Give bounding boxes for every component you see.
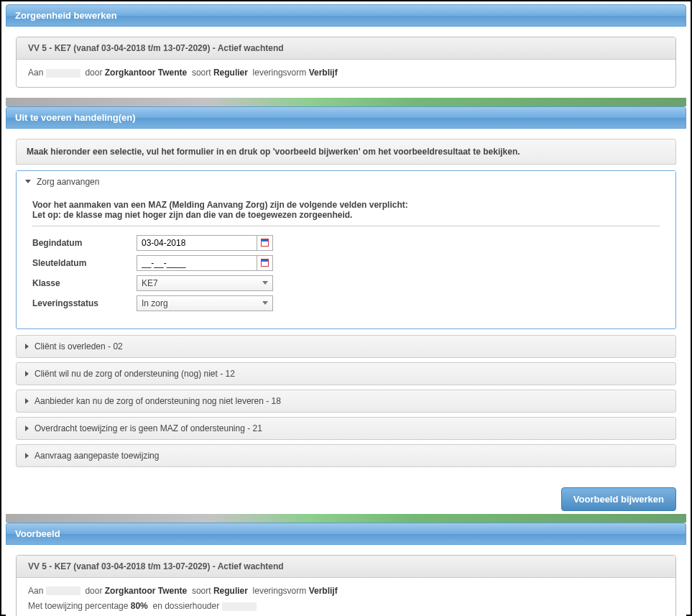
maz-note1: Voor het aanmaken van een MAZ (Melding A… (32, 200, 660, 210)
sleuteldatum-input[interactable] (137, 255, 257, 271)
calendar-icon (261, 259, 269, 267)
voorbeeld-bijwerken-button[interactable]: Voorbeeld bijwerken (561, 487, 676, 511)
accordion-title: Zorg aanvangen (37, 177, 99, 187)
chevron-down-icon (25, 180, 31, 183)
sleuteldatum-calendar-button[interactable] (257, 255, 273, 271)
aan-label: Aan (28, 68, 43, 78)
separator (32, 226, 660, 226)
sleuteldatum-label: Sleuteldatum (32, 258, 137, 268)
chevron-right-icon (25, 426, 29, 431)
klasse-label: Klasse (32, 278, 137, 288)
accordion-title: Aanbieder kan nu de zorg of ondersteunin… (34, 396, 281, 406)
aan-value-redacted (46, 69, 80, 78)
chevron-right-icon (25, 453, 29, 459)
accordion-title: Cliënt is overleden - 02 (34, 341, 123, 351)
divider-strip (6, 514, 686, 523)
levstatus-label: Leveringsstatus (32, 298, 137, 308)
begindatum-input[interactable] (137, 235, 257, 251)
door-value: Zorgkantoor Twente (105, 586, 187, 596)
maz-note2: Let op: de klasse mag niet hoger zijn da… (32, 210, 660, 220)
door-label: door (85, 586, 102, 596)
accordion-header-overleden[interactable]: Cliënt is overleden - 02 (17, 336, 675, 357)
lever-label: leveringsvorm (253, 586, 307, 596)
door-value: Zorgkantoor Twente (105, 68, 187, 78)
panel-body-edit: VV 5 - KE7 (vanaf 03-04-2018 t/m 13-07-2… (6, 27, 686, 98)
door-label: door (85, 68, 102, 78)
soort-value: Regulier (213, 68, 248, 78)
met-label: Met toewijzing percentage (28, 601, 128, 611)
chevron-down-icon (262, 281, 268, 285)
panel-header-actions: Uit te voeren handeling(en) (6, 106, 686, 129)
row-klasse: Klasse KE7 (32, 275, 660, 291)
accordion-header-zorg-aanvangen[interactable]: Zorg aanvangen (17, 171, 675, 193)
careunit-info-box: VV 5 - KE7 (vanaf 03-04-2018 t/m 13-07-2… (16, 37, 676, 88)
klasse-value: KE7 (142, 278, 158, 288)
accordion-header-aanvraag[interactable]: Aanvraag aangepaste toewijzing (17, 445, 675, 466)
lever-value: Verblijf (309, 68, 338, 78)
accordion-header-overdracht[interactable]: Overdracht toewijzing er is geen MAZ of … (17, 418, 675, 439)
dossierhouder-redacted (222, 602, 257, 611)
divider-strip (6, 98, 686, 106)
panel-header-voorbeeld: Voorbeeld (6, 523, 686, 545)
voorbeeld-info: Aan door Zorgkantoor Twente soort Reguli… (17, 578, 675, 616)
accordion-overleden: Cliënt is overleden - 02 (16, 335, 676, 358)
accordion-overdracht: Overdracht toewijzing er is geen MAZ of … (16, 417, 676, 440)
voorbeeld-box-head: VV 5 - KE7 (vanaf 03-04-2018 t/m 13-07-2… (17, 556, 675, 578)
row-begindatum: Begindatum (32, 235, 660, 251)
chevron-right-icon (25, 371, 29, 377)
panel-title: Zorgeenheid bewerken (15, 10, 117, 21)
accordion-title: Overdracht toewijzing er is geen MAZ of … (34, 423, 262, 433)
accordion-zorg-aanvangen: Zorg aanvangen Voor het aanmaken van een… (16, 170, 676, 329)
panel-header-edit: Zorgeenheid bewerken (6, 4, 686, 27)
instruction-text: Maak hieronder een selectie, vul het for… (16, 139, 676, 165)
soort-label: soort (192, 68, 211, 78)
careunit-info-body: Aan door Zorgkantoor Twente soort Reguli… (17, 60, 675, 87)
chevron-right-icon (25, 398, 29, 404)
accordion-aanvraag: Aanvraag aangepaste toewijzing (16, 444, 676, 467)
accordion-header-aanbieder[interactable]: Aanbieder kan nu de zorg of ondersteunin… (17, 390, 675, 412)
aan-label: Aan (28, 586, 43, 596)
begindatum-calendar-button[interactable] (257, 235, 273, 251)
en-label: en dossierhouder (152, 601, 219, 611)
accordion-client-nog-niet: Cliënt wil nu de zorg of ondersteuning (… (16, 362, 676, 385)
calendar-icon (261, 239, 269, 247)
panel-body-voorbeeld: VV 5 - KE7 (vanaf 03-04-2018 t/m 13-07-2… (6, 545, 686, 616)
chevron-right-icon (25, 344, 29, 349)
panel-body-actions: Maak hieronder een selectie, vul het for… (6, 129, 686, 482)
accordion-body: Voor het aanmaken van een MAZ (Melding A… (17, 193, 675, 328)
accordion-header-client-nog-niet[interactable]: Cliënt wil nu de zorg of ondersteuning (… (17, 363, 675, 385)
voorbeeld-box: VV 5 - KE7 (vanaf 03-04-2018 t/m 13-07-2… (16, 555, 676, 616)
panel-title-voorbeeld: Voorbeeld (15, 528, 60, 539)
pct-value: 80% (131, 601, 148, 611)
begindatum-label: Begindatum (32, 238, 137, 248)
update-button-row: Voorbeeld bijwerken (6, 482, 686, 514)
chevron-down-icon (262, 301, 268, 305)
row-leveringsstatus: Leveringsstatus In zorg (32, 295, 660, 311)
klasse-select[interactable]: KE7 (137, 275, 273, 291)
careunit-info-head: VV 5 - KE7 (vanaf 03-04-2018 t/m 13-07-2… (17, 37, 675, 60)
levstatus-value: In zorg (142, 298, 168, 308)
lever-label: leveringsvorm (253, 68, 307, 78)
accordion-title: Aanvraag aangepaste toewijzing (34, 451, 159, 461)
soort-value: Regulier (213, 586, 248, 596)
levstatus-select[interactable]: In zorg (137, 295, 273, 311)
soort-label: soort (192, 586, 211, 596)
aan-value-redacted (46, 587, 80, 595)
row-sleuteldatum: Sleuteldatum (32, 255, 660, 271)
accordion-title: Cliënt wil nu de zorg of ondersteuning (… (34, 369, 235, 379)
accordion-aanbieder: Aanbieder kan nu de zorg of ondersteunin… (16, 390, 676, 413)
lever-value: Verblijf (309, 586, 338, 596)
panel-title-actions: Uit te voeren handeling(en) (15, 112, 136, 123)
